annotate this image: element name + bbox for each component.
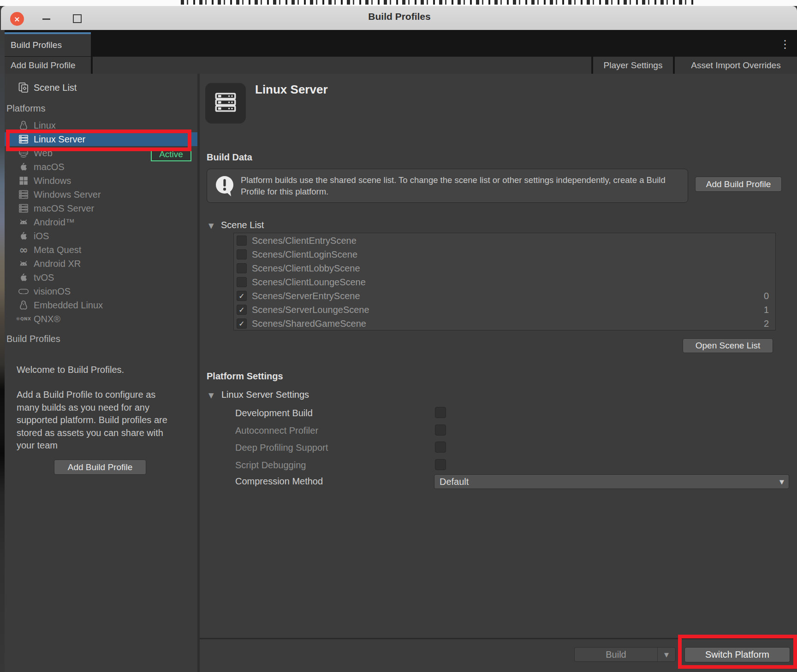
scene-row[interactable]: Scenes/ClientLobbyScene	[234, 261, 775, 275]
apple-icon	[18, 230, 30, 242]
setting-checkbox-autoconnect-profiler[interactable]	[435, 424, 446, 436]
platform-label: macOS Server	[34, 203, 94, 214]
platform-item-macos[interactable]: macOS	[5, 160, 197, 174]
active-badge: Active	[151, 147, 191, 161]
player-settings-button[interactable]: Player Settings	[593, 57, 673, 74]
scene-label: Scenes/SharedGameScene	[252, 318, 366, 329]
platform-item-linux[interactable]: Linux	[5, 118, 197, 132]
platform-label: Linux Server	[34, 134, 85, 145]
scene-list-box: Scenes/ClientEntrySceneScenes/ClientLogi…	[233, 233, 776, 330]
main-add-build-profile-button[interactable]: Add Build Profile	[695, 177, 782, 192]
checkbox-unchecked-icon[interactable]	[237, 277, 247, 287]
footer-divider	[200, 638, 797, 639]
www-icon: www	[18, 147, 30, 159]
platform-label: Android™	[34, 217, 75, 228]
checkbox-checked-icon[interactable]: ✓	[237, 305, 247, 315]
build-dropdown-arrow-icon[interactable]: ▼	[658, 648, 675, 661]
checkbox-unchecked-icon[interactable]	[237, 263, 247, 273]
checkbox-checked-icon[interactable]: ✓	[237, 291, 247, 301]
platform-item-qnx[interactable]: ®QNXQNX®	[5, 312, 197, 326]
setting-checkbox-script-debugging[interactable]	[435, 459, 446, 470]
setting-label-deep-profiling-support: Deep Profiling Support	[235, 442, 328, 453]
platform-item-android-xr[interactable]: Android XR	[5, 257, 197, 271]
platform-label: Android XR	[34, 259, 81, 269]
platform-item-windows[interactable]: Windows	[5, 174, 197, 188]
scene-row[interactable]: ✓Scenes/ServerEntryScene0	[234, 289, 775, 303]
warning-bubble-icon	[213, 174, 237, 200]
asset-import-overrides-button[interactable]: Asset Import Overrides	[675, 57, 797, 74]
active-badge-label: Active	[159, 149, 183, 159]
scene-row[interactable]: Scenes/ClientLoginScene	[234, 248, 775, 261]
scene-row[interactable]: ✓Scenes/SharedGameScene2	[234, 317, 775, 330]
scene-label: Scenes/ClientLoginScene	[252, 249, 357, 260]
sidebar-item-scene-list[interactable]: Scene List	[5, 80, 197, 95]
switch-platform-button[interactable]: Switch Platform	[684, 647, 790, 662]
compression-method-value: Default	[440, 477, 469, 487]
svg-text:www: www	[19, 151, 27, 155]
close-icon: ×	[14, 15, 20, 24]
setting-checkbox-development-build[interactable]	[435, 407, 446, 418]
compression-method-dropdown[interactable]: Default ▼	[434, 474, 789, 489]
platform-item-windows-server[interactable]: Windows Server	[5, 188, 197, 201]
build-profiles-window: Build Profiles × Build Profiles ⋮ Add Bu…	[0, 0, 797, 672]
windows-icon	[18, 175, 30, 187]
scene-label: Scenes/ServerEntryScene	[252, 291, 360, 301]
platform-label: iOS	[34, 231, 49, 242]
window-close-button[interactable]: ×	[10, 12, 24, 26]
server-icon	[18, 133, 30, 145]
build-button[interactable]: Build ▼	[574, 647, 676, 662]
info-message: Platform builds use the shared scene lis…	[241, 174, 690, 197]
scene-label: Scenes/ClientLobbyScene	[252, 263, 360, 274]
platform-label: Meta Quest	[34, 245, 81, 255]
background-window-sliver	[0, 30, 5, 672]
scene-build-index: 2	[764, 318, 769, 329]
scene-row[interactable]: ✓Scenes/ServerLoungeScene1	[234, 303, 775, 317]
open-scene-list-button[interactable]: Open Scene List	[683, 338, 773, 353]
android-icon	[18, 258, 30, 270]
setting-label-autoconnect-profiler: Autoconnect Profiler	[235, 425, 318, 436]
window-minimize-button[interactable]	[42, 18, 50, 20]
platform-label: Embedded Linux	[34, 300, 103, 311]
server-icon	[18, 189, 30, 200]
build-profiles-header: Build Profiles	[6, 334, 60, 344]
setting-checkbox-deep-profiling-support[interactable]	[435, 442, 446, 453]
platform-label: Linux	[34, 120, 56, 131]
meta-icon: ∞	[18, 244, 30, 256]
platform-item-macos-server[interactable]: macOS Server	[5, 201, 197, 215]
platform-item-embedded-linux[interactable]: Embedded Linux	[5, 298, 197, 312]
platform-item-linux-server[interactable]: Linux Server	[5, 132, 197, 146]
scene-list-label: Scene List	[34, 83, 77, 93]
platform-icon-tile	[205, 83, 246, 124]
settings-group-foldout-icon[interactable]: ▼	[208, 391, 214, 400]
page-title: Linux Server	[255, 83, 328, 97]
scene-label: Scenes/ClientLoungeScene	[252, 277, 366, 288]
penguin-icon	[18, 119, 30, 131]
toolbar-divider	[91, 57, 93, 74]
scene-row[interactable]: Scenes/ClientEntryScene	[234, 234, 775, 248]
kebab-menu-icon[interactable]: ⋮	[779, 39, 791, 50]
checkbox-unchecked-icon[interactable]	[237, 236, 247, 246]
platform-label: Web	[34, 148, 53, 159]
checkbox-unchecked-icon[interactable]	[237, 249, 247, 259]
switch-platform-label: Switch Platform	[705, 649, 769, 660]
platform-item-ios[interactable]: iOS	[5, 229, 197, 243]
platform-label: Windows	[34, 176, 71, 186]
apple-icon	[18, 271, 30, 283]
tab-build-profiles[interactable]: Build Profiles	[5, 32, 91, 56]
sidebar-add-build-profile-button[interactable]: Add Build Profile	[54, 460, 146, 475]
scene-row[interactable]: Scenes/ClientLoungeScene	[234, 275, 775, 289]
platform-item-meta-quest[interactable]: ∞Meta Quest	[5, 243, 197, 257]
platform-item-visionos[interactable]: visionOS	[5, 284, 197, 298]
window-titlebar: Build Profiles ×	[1, 6, 797, 30]
tab-bar	[0, 30, 797, 57]
checkbox-checked-icon[interactable]: ✓	[237, 318, 247, 329]
scene-label: Scenes/ServerLoungeScene	[252, 305, 369, 315]
window-maximize-button[interactable]	[73, 14, 82, 23]
add-build-profile-toolbar-button[interactable]: Add Build Profile	[5, 57, 97, 74]
scene-label: Scenes/ClientEntryScene	[252, 236, 357, 246]
platform-item-android[interactable]: Android™	[5, 215, 197, 229]
platform-item-tvos[interactable]: tvOS	[5, 271, 197, 284]
scene-list-foldout-icon[interactable]: ▼	[208, 222, 214, 230]
setting-label-development-build: Development Build	[235, 408, 313, 419]
scene-list-icon	[18, 82, 30, 94]
